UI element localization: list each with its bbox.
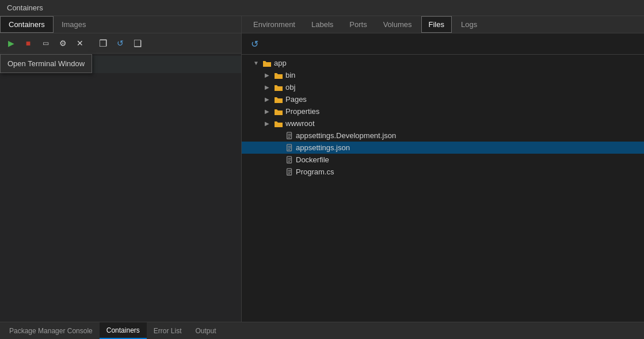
toolbar: ▶ ■ ▭ ⚙ ✕ ❐ ↺ ❑ Open Terminal Window: [0, 33, 241, 54]
tree-item-appsettings-dev[interactable]: ▶ appsettings.Development.json: [242, 129, 644, 142]
tooltip-text: Open Terminal Window: [7, 59, 85, 68]
extra-button[interactable]: ❑: [130, 36, 145, 51]
tree-item-label: Pages: [285, 95, 307, 104]
tree-item-appsettings[interactable]: ▶ appsettings.json: [242, 142, 644, 154]
chevron-right-icon: ▶: [265, 96, 272, 102]
left-panel: Containers Images ▶ ■ ▭ ⚙ ✕ ❐ ↺ ❑ Open T…: [0, 16, 242, 322]
tree-item-pages[interactable]: ▶ Pages: [242, 93, 644, 105]
tree-item-label: Properties: [285, 107, 319, 116]
tree-item-label: Dockerfile: [296, 155, 329, 164]
container-list: WebApplication3: [0, 54, 241, 322]
tree-item-dockerfile[interactable]: ▶ Dockerfile: [242, 154, 644, 166]
tab-volumes[interactable]: Volumes: [376, 17, 419, 32]
tree-item-label: Program.cs: [296, 167, 334, 176]
tab-labels[interactable]: Labels: [304, 17, 340, 32]
file-icon: [285, 132, 294, 140]
files-toolbar: ↺: [242, 33, 644, 55]
play-button[interactable]: ▶: [3, 36, 18, 51]
tree-item-label: appsettings.Development.json: [296, 131, 396, 140]
chevron-right-icon: ▶: [265, 84, 272, 90]
files-refresh-button[interactable]: ↺: [247, 37, 261, 51]
bottom-tab-error-list[interactable]: Error List: [147, 322, 189, 339]
tab-images[interactable]: Images: [54, 16, 94, 33]
tab-ports[interactable]: Ports: [342, 17, 374, 32]
folder-icon: [262, 59, 272, 67]
tree-item-properties[interactable]: ▶ Properties: [242, 105, 644, 117]
terminal-button[interactable]: ▭: [38, 36, 53, 51]
bottom-tab-output[interactable]: Output: [188, 322, 223, 339]
title-text: Containers: [7, 3, 43, 12]
folder-icon: [274, 108, 283, 116]
tree-item-label: obj: [285, 83, 295, 92]
tree-item-wwwroot[interactable]: ▶ wwwroot: [242, 117, 644, 129]
tree-item-label: wwwroot: [285, 119, 315, 128]
tab-files[interactable]: Files: [421, 16, 452, 33]
tab-containers[interactable]: Containers: [0, 16, 54, 33]
tree-item-program[interactable]: ▶ Program.cs: [242, 166, 644, 178]
right-panel: Environment Labels Ports Volumes Files L…: [242, 16, 644, 322]
close-button[interactable]: ✕: [73, 36, 87, 51]
copy-button[interactable]: ❐: [96, 36, 110, 51]
tree-item-label: app: [274, 59, 287, 67]
folder-icon: [274, 83, 283, 92]
tab-environment[interactable]: Environment: [246, 17, 302, 32]
bottom-tabs-bar: Package Manager Console Containers Error…: [0, 322, 644, 339]
tree-item-app[interactable]: ▼ app: [242, 57, 644, 69]
file-icon: [285, 156, 294, 164]
folder-icon: [274, 71, 283, 79]
bottom-tab-package-manager[interactable]: Package Manager Console: [2, 322, 100, 339]
file-icon: [285, 144, 294, 152]
file-icon: [285, 168, 294, 176]
chevron-right-icon: ▶: [265, 108, 272, 115]
right-tabs: Environment Labels Ports Volumes Files L…: [242, 16, 644, 33]
folder-icon: [274, 96, 283, 104]
file-tree: ▼ app ▶ bin ▶ obj: [242, 55, 644, 322]
tree-item-obj[interactable]: ▶ obj: [242, 81, 644, 93]
tree-item-bin[interactable]: ▶ bin: [242, 69, 644, 81]
stop-button[interactable]: ■: [21, 36, 36, 51]
tab-logs[interactable]: Logs: [454, 17, 484, 32]
tree-item-label: bin: [285, 71, 295, 79]
folder-icon: [274, 120, 283, 128]
settings-button[interactable]: ⚙: [55, 36, 70, 51]
chevron-down-icon: ▼: [253, 60, 260, 66]
tree-item-label: appsettings.json: [296, 143, 350, 152]
refresh-button[interactable]: ↺: [113, 36, 128, 51]
title-bar: Containers: [0, 0, 644, 16]
chevron-right-icon: ▶: [265, 72, 272, 78]
chevron-right-icon: ▶: [265, 120, 272, 127]
main-content: Containers Images ▶ ■ ▭ ⚙ ✕ ❐ ↺ ❑ Open T…: [0, 16, 644, 322]
tooltip-popup: Open Terminal Window: [0, 54, 92, 73]
bottom-tab-containers[interactable]: Containers: [100, 322, 147, 339]
tabs-bar: Containers Images: [0, 16, 241, 33]
